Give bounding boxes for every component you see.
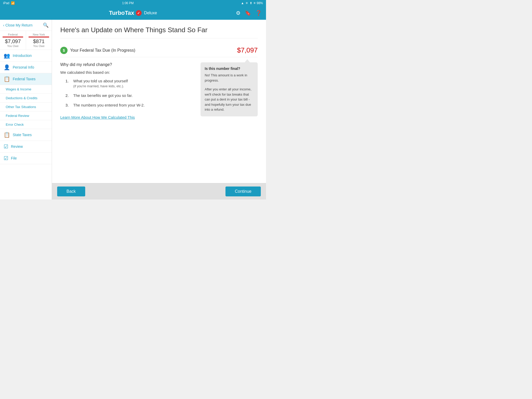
ny-tax-box: New York $871 You Owe [26,31,52,50]
ny-bar [29,37,49,37]
sidebar-item-review[interactable]: ☑ Review [0,141,52,152]
sidebar-item-state-taxes-label: State Taxes [13,133,32,137]
list-num-1: 1. [65,79,71,83]
federal-due-amount: $7,097 [237,46,258,54]
reason-2-text: The tax benefits we got you so far. [73,93,132,98]
back-button[interactable]: Back [57,187,85,196]
sidebar-item-federal-taxes-label: Federal Taxes [13,77,36,81]
sidebar-item-review-label: Review [11,144,23,149]
continue-button[interactable]: Continue [225,187,261,196]
content-area: Here's an Update on Where Things Stand S… [52,20,266,200]
logo-check-icon: ✓ [136,10,142,16]
list-num-3: 3. [65,103,71,107]
logo-deluxe-label: Deluxe [144,11,157,15]
bookmark-icon[interactable]: 🔖 [245,10,251,16]
wages-income-label: Wages & Income [6,87,31,91]
tax-summary: Federal $7,097 You Owe New York $871 You… [0,31,52,50]
reasons-list: 1. What you told us about yourself (if y… [65,79,194,107]
sidebar-item-other-tax-situations[interactable]: Other Tax Situations [0,103,52,111]
two-col-section: Why did my refund change? We calculated … [60,62,258,120]
status-left: iPad 📶 [3,1,15,5]
logo-text: TurboTax [109,10,134,16]
federal-due-row: $ Your Federal Tax Due (In Progress) $7,… [60,44,258,57]
federal-owe: You Owe [3,44,23,48]
sidebar-item-file[interactable]: ☑ File [0,152,52,164]
tooltip-line-1: No! This amount is a work in progress. [205,73,254,83]
sidebar: ‹ Close My Return 🔍 Federal $7,097 You O… [0,20,52,200]
tooltip-title: Is this number final? [205,66,254,71]
sidebar-item-file-label: File [11,156,17,160]
list-num-2: 2. [65,93,71,98]
sidebar-item-state-taxes[interactable]: 📋 State Taxes [0,129,52,141]
federal-label: Federal [3,33,23,36]
list-item: 1. What you told us about yourself (if y… [65,79,194,88]
page-title: Here's an Update on Where Things Stand S… [60,26,258,38]
sidebar-item-personal-info[interactable]: 👤 Personal Info [0,62,52,73]
sidebar-item-personal-info-label: Personal Info [13,65,34,69]
introduction-icon: 👥 [4,52,10,59]
search-icon[interactable]: 🔍 [43,22,49,28]
status-right: ▲ ✳ ⬆ ✳ 98% [241,1,263,5]
battery-level: ⬆ ✳ 98% [250,1,263,5]
wifi-icon: 📶 [11,1,15,5]
state-taxes-icon: 📋 [4,132,10,138]
content-footer: Back Continue [52,183,266,200]
settings-icon[interactable]: ⚙ [236,10,241,16]
deductions-credits-label: Deductions & Credits [6,96,37,100]
dollar-icon: $ [60,47,68,54]
tooltip-line-2: After you enter all your income, we'll c… [205,87,254,112]
sidebar-item-wages-income[interactable]: Wages & Income [0,85,52,94]
federal-due-label: Your Federal Tax Due (In Progress) [70,48,135,53]
sidebar-top: ‹ Close My Return 🔍 [0,20,52,31]
personal-info-icon: 👤 [4,64,10,70]
other-tax-situations-label: Other Tax Situations [6,105,36,109]
location-icon: ▲ [241,1,244,5]
sidebar-item-federal-taxes[interactable]: 📋 Federal Taxes [0,73,52,85]
close-return-button[interactable]: ‹ Close My Return [3,23,32,27]
header-icons: ⚙ 🔖 ❓ [236,10,262,16]
reason-1-text: What you told us about yourself [73,79,128,83]
sidebar-item-introduction[interactable]: 👥 Introduction [0,50,52,62]
help-icon[interactable]: ❓ [255,10,262,16]
federal-tax-box: Federal $7,097 You Owe [0,31,26,50]
sidebar-item-introduction-label: Introduction [13,54,32,58]
device-label: iPad [3,1,9,5]
federal-bar [3,37,23,37]
list-item: 3. The numbers you entered from your W-2… [65,103,194,107]
main-layout: ‹ Close My Return 🔍 Federal $7,097 You O… [0,20,266,200]
close-return-label: Close My Return [5,23,32,27]
federal-review-label: Federal Review [6,114,29,118]
federal-due-left: $ Your Federal Tax Due (In Progress) [60,47,135,54]
reason-3-text: The numbers you entered from your W-2. [73,103,145,107]
app-header: TurboTax ✓ Deluxe ⚙ 🔖 ❓ [0,6,266,20]
bluetooth-icon: ✳ [245,1,248,5]
ny-amount: $871 [29,38,49,44]
content-body: Here's an Update on Where Things Stand S… [52,20,266,183]
sidebar-item-error-check[interactable]: Error Check [0,120,52,129]
federal-taxes-icon: 📋 [4,76,10,82]
main-col: Why did my refund change? We calculated … [60,62,194,120]
calculated-based-text: We calculated this based on: [60,70,194,75]
tooltip-box: Is this number final? No! This amount is… [201,62,258,116]
file-icon: ☑ [4,155,8,161]
nav-section: 👥 Introduction 👤 Personal Info 📋 Federal… [0,50,52,164]
ny-label: New York [29,33,49,36]
reason-1-sub: (if you're married, have kids, etc.). [73,84,128,88]
federal-amount: $7,097 [3,38,23,44]
app-logo: TurboTax ✓ Deluxe [109,10,157,16]
error-check-label: Error Check [6,123,24,127]
sidebar-item-federal-review[interactable]: Federal Review [0,111,52,120]
ny-owe: You Owe [29,44,49,48]
chevron-left-icon: ‹ [3,23,4,27]
learn-more-link[interactable]: Learn More About How We Calculated This [60,115,135,119]
why-refund-text: Why did my refund change? [60,62,194,67]
list-item: 2. The tax benefits we got you so far. [65,93,194,98]
status-time: 1:06 PM [122,1,134,5]
sidebar-item-deductions-credits[interactable]: Deductions & Credits [0,94,52,103]
review-icon: ☑ [4,143,8,150]
status-bar: iPad 📶 1:06 PM ▲ ✳ ⬆ ✳ 98% [0,0,266,6]
